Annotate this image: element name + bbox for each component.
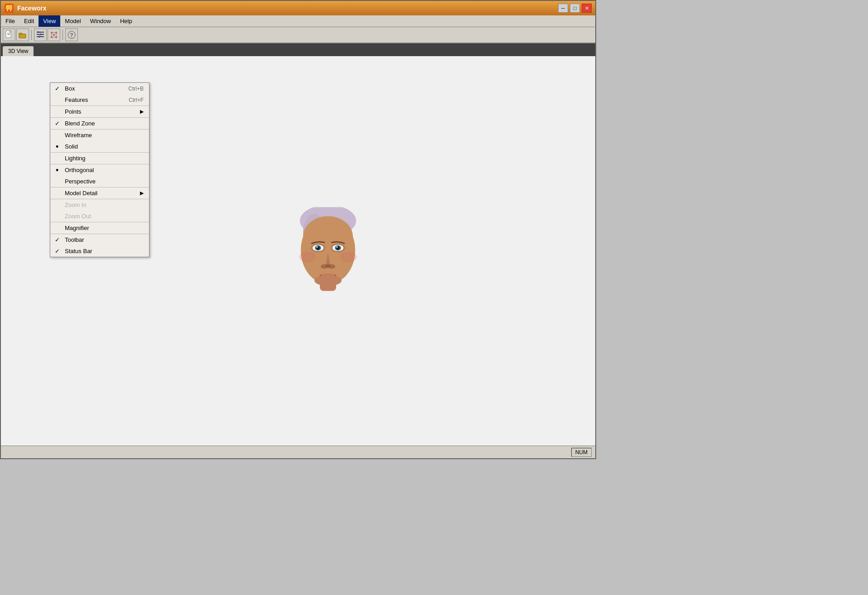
menu-item-points[interactable]: Points ▶ — [50, 106, 149, 117]
menu-item-orthogonal[interactable]: • Orthogonal — [50, 164, 149, 176]
menu-item-features[interactable]: Features Ctrl+F — [50, 94, 149, 106]
toolbar-settings-button[interactable] — [34, 29, 47, 41]
menu-item-magnifier[interactable]: Magnifier — [50, 222, 149, 234]
menu-model[interactable]: Model — [60, 15, 85, 27]
bullet-orthogonal: • — [56, 166, 58, 174]
toolbar-help-button[interactable]: ? — [65, 29, 78, 41]
svg-rect-2 — [7, 10, 8, 11]
toolbar-points-button[interactable] — [48, 29, 60, 41]
menu-section-ui: ✓ Toolbar ✓ Status Bar — [50, 234, 149, 257]
menu-section-blend: ✓ Blend Zone — [50, 118, 149, 130]
menu-section-zoom: Zoom In Zoom Out — [50, 199, 149, 222]
check-toolbar: ✓ — [55, 236, 60, 243]
svg-point-40 — [336, 246, 338, 248]
svg-point-30 — [303, 216, 353, 257]
tab-bar: 3D View — [1, 43, 595, 56]
toolbar-separator-1 — [31, 29, 32, 40]
menu-item-status-bar[interactable]: ✓ Status Bar — [50, 245, 149, 257]
menu-section-model-detail: Model Detail ▶ — [50, 187, 149, 199]
menu-item-zoom-in: Zoom In — [50, 199, 149, 211]
menu-item-solid[interactable]: • Solid — [50, 141, 149, 152]
menu-view[interactable]: View — [39, 15, 60, 27]
svg-rect-47 — [320, 280, 336, 291]
menu-section-display: ✓ Box Ctrl+B Features Ctrl+F — [50, 83, 149, 106]
close-button[interactable]: ✕ — [582, 4, 592, 13]
svg-point-15 — [39, 36, 40, 38]
menu-item-toolbar[interactable]: ✓ Toolbar — [50, 234, 149, 245]
menu-section-points: Points ▶ — [50, 106, 149, 118]
title-bar: Faceworx ─ □ ✕ — [1, 1, 595, 15]
check-box: ✓ — [55, 85, 60, 92]
menu-file[interactable]: File — [1, 15, 19, 27]
toolbar: ? — [1, 27, 595, 43]
main-content: ✓ Box Ctrl+B Features Ctrl+F Points ▶ — [1, 56, 595, 446]
svg-point-13 — [37, 31, 39, 33]
menu-section-render: Wireframe • Solid — [50, 130, 149, 153]
submenu-arrow-points: ▶ — [140, 109, 144, 115]
menu-help[interactable]: Help — [116, 15, 137, 27]
window-controls: ─ □ ✕ — [558, 4, 592, 13]
menu-edit[interactable]: Edit — [19, 15, 39, 27]
toolbar-open-button[interactable] — [16, 29, 29, 41]
status-num: NUM — [571, 448, 592, 457]
svg-rect-3 — [10, 10, 11, 11]
menu-window[interactable]: Window — [86, 15, 116, 27]
app-window: Faceworx ─ □ ✕ File Edit View Model Wind… — [0, 0, 596, 459]
toolbar-new-button[interactable] — [3, 29, 15, 41]
menu-item-blend-zone[interactable]: ✓ Blend Zone — [50, 118, 149, 129]
svg-text:?: ? — [70, 32, 73, 38]
svg-rect-9 — [19, 33, 22, 34]
menu-section-lighting: Lighting — [50, 153, 149, 164]
svg-rect-1 — [6, 5, 12, 10]
menu-item-perspective[interactable]: Perspective — [50, 176, 149, 187]
check-blend-zone: ✓ — [55, 120, 60, 127]
minimize-button[interactable]: ─ — [558, 4, 568, 13]
menu-item-model-detail[interactable]: Model Detail ▶ — [50, 187, 149, 199]
tab-3d-view[interactable]: 3D View — [3, 46, 34, 56]
svg-point-20 — [53, 34, 55, 36]
bullet-solid: • — [56, 143, 58, 151]
svg-point-14 — [40, 34, 42, 35]
toolbar-separator-2 — [63, 29, 63, 40]
menu-item-zoom-out: Zoom Out — [50, 211, 149, 222]
svg-point-46 — [340, 252, 357, 263]
menu-section-magnifier: Magnifier — [50, 222, 149, 234]
menu-item-box[interactable]: ✓ Box Ctrl+B — [50, 83, 149, 94]
app-title: Faceworx — [17, 5, 555, 12]
face-3d-model — [292, 207, 364, 295]
menu-section-projection: • Orthogonal Perspective — [50, 164, 149, 187]
check-status-bar: ✓ — [55, 248, 60, 254]
app-icon — [5, 4, 14, 13]
menu-item-wireframe[interactable]: Wireframe — [50, 130, 149, 141]
menu-item-lighting[interactable]: Lighting — [50, 153, 149, 164]
menu-bar: File Edit View Model Window Help — [1, 15, 595, 27]
status-bar: NUM — [1, 446, 595, 458]
svg-point-43 — [325, 264, 331, 268]
svg-point-45 — [299, 252, 316, 263]
view-dropdown-menu: ✓ Box Ctrl+B Features Ctrl+F Points ▶ — [50, 82, 149, 257]
submenu-arrow-model-detail: ▶ — [140, 190, 144, 196]
svg-point-39 — [316, 246, 318, 248]
maximize-button[interactable]: □ — [570, 4, 580, 13]
